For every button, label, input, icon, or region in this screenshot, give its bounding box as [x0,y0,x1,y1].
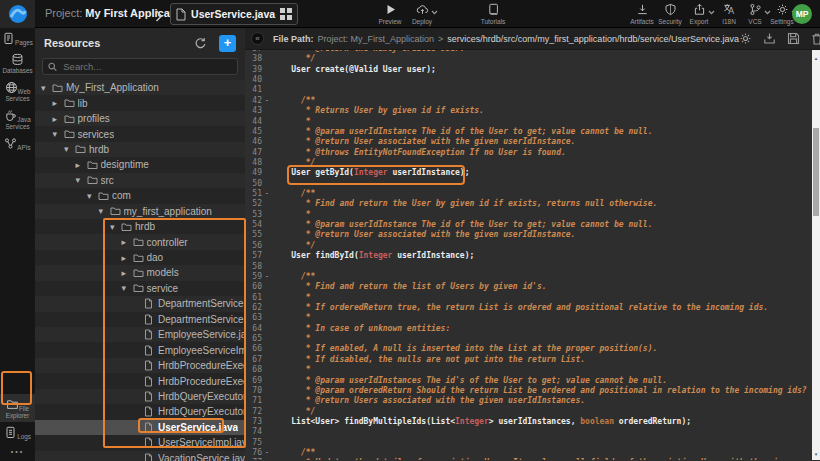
tree-item-service[interactable]: ▾service [35,281,245,296]
code-line-71[interactable]: 71 * @return Users associated with the g… [245,396,820,406]
sidebar-item-pages[interactable]: Pages [0,28,35,49]
code-line-56[interactable]: 56 */ [245,241,820,251]
code-line-55[interactable]: 55 * @return User associated with the gi… [245,230,820,240]
tree-item-controller[interactable]: ▸controller [35,234,245,249]
code-line-43[interactable]: 43 * Returns User by given id if exists. [245,106,820,116]
caret-right-icon[interactable]: ▸ [122,268,133,278]
code-line-67[interactable]: 67 * If disabled, the nulls are not put … [245,355,820,365]
code-line-69[interactable]: 69 * @param userIdInstances The id's of … [245,376,820,386]
tree-item-UserServiceImpl.java[interactable]: UserServiceImpl.java [35,435,245,450]
tree-item-hrdb[interactable]: ▾hrdb [35,142,245,157]
code-line-52[interactable]: 52 * Find and return the User by given i… [245,199,820,209]
sidebar-item-file-explorer[interactable]: File Explorer [0,394,35,422]
editor-scrollbar[interactable]: ▴ ▾ [812,50,820,460]
tree-item-My_First_Application[interactable]: ▾My_First_Application [35,80,245,95]
tree-item-src[interactable]: ▾src [35,173,245,188]
tree-item-HrdbProcedureExecutorService.java[interactable]: HrdbProcedureExecutorService.java [35,358,245,373]
deploy-button[interactable]: Deploy [400,3,444,25]
code-line-48[interactable]: 48 */ [245,158,820,168]
code-line-50[interactable]: 50 [245,179,820,189]
tree-item-UserService.java[interactable]: UserService.java [35,420,245,435]
fold-toggle-icon[interactable]: - [262,448,272,458]
fold-toggle-icon[interactable]: - [262,189,272,199]
code-line-59[interactable]: 59- /** [245,272,820,282]
caret-right-icon[interactable]: ▸ [122,237,133,247]
scroll-down-icon[interactable]: ▾ [812,451,820,457]
grid-icon[interactable] [275,8,297,20]
code-line-66[interactable]: 66 * If enabled, A null is inserted into… [245,344,820,354]
code-line-61[interactable]: 61 * [245,293,820,303]
tree-item-designtime[interactable]: ▸designtime [35,157,245,172]
code-line-38[interactable]: 38 */ [245,54,820,64]
caret-right-icon[interactable]: ▸ [122,253,133,263]
scroll-up-icon[interactable]: ▴ [812,55,820,61]
caret-right-icon[interactable]: ▸ [53,114,64,124]
tree-item-my_first_application[interactable]: ▾my_first_application [35,204,245,219]
caret-down-icon[interactable]: ▾ [41,83,52,93]
code-line-46[interactable]: 46 * @return User associated with the gi… [245,137,820,147]
code-line-47[interactable]: 47 * @throws EntityNotFoundException If … [245,148,820,158]
save-icon[interactable] [787,32,800,45]
tree-item-HrdbQueryExecutorServiceImpl.java[interactable]: HrdbQueryExecutorServiceImpl.java [35,404,245,419]
code-line-64[interactable]: 64 * In case of unknown entities: [245,324,820,334]
code-line-73[interactable]: 73 List<User> findByMultipleIds(List<Int… [245,417,820,427]
code-line-58[interactable]: 58 [245,262,820,272]
caret-down-icon[interactable]: ▾ [122,283,133,293]
tree-item-com[interactable]: ▾com [35,188,245,203]
download-file-icon[interactable] [763,32,776,45]
tutorials-button[interactable]: Tutorials [471,3,515,25]
code-line-75[interactable]: 75 [245,438,820,448]
code-line-77[interactable]: 77 * Updates the details of an existing … [245,458,820,460]
code-line-63[interactable]: 63 * [245,313,820,323]
fold-toggle-icon[interactable]: - [262,272,272,282]
sidebar-item-logs[interactable]: Logs [0,422,35,443]
sidebar-more-button[interactable]: ••• [0,443,35,461]
tree-item-HrdbProcedureExecutorServiceImpl.java[interactable]: HrdbProcedureExecutorServiceImpl.java [35,373,245,388]
tree-item-lib[interactable]: ▸lib [35,95,245,110]
scrollbar-thumb[interactable] [813,128,819,216]
tree-item-DepartmentService.java[interactable]: DepartmentService.java [35,296,245,311]
tree-item-DepartmentServiceImpl.java[interactable]: DepartmentServiceImpl.java [35,312,245,327]
user-avatar[interactable]: MP [792,4,812,24]
code-line-60[interactable]: 60 * Find and return the list of Users b… [245,282,820,292]
code-line-65[interactable]: 65 * [245,334,820,344]
sidebar-item-web-services[interactable]: Web Services [0,77,35,105]
code-line-51[interactable]: 51- /** [245,189,820,199]
add-resource-button[interactable]: + [219,35,236,52]
code-line-68[interactable]: 68 * [245,365,820,375]
tree-item-EmployeeServiceImpl.java[interactable]: EmployeeServiceImpl.java [35,342,245,357]
tree-item-hrdb[interactable]: ▾hrdb [35,219,245,234]
code-line-72[interactable]: 72 */ [245,407,820,417]
code-line-62[interactable]: 62 * If orderedReturn true, the return L… [245,303,820,313]
code-line-42[interactable]: 42- /** [245,96,820,106]
caret-right-icon[interactable]: ▸ [53,98,64,108]
code-line-53[interactable]: 53 * [245,210,820,220]
tab-userservice[interactable]: UserService.java [170,3,298,25]
caret-down-icon[interactable]: ▾ [53,129,64,139]
wavemaker-logo[interactable] [0,0,35,28]
collapse-panel-button[interactable]: « [251,32,264,45]
tree-item-profiles[interactable]: ▸profiles [35,111,245,126]
tree-item-models[interactable]: ▸models [35,265,245,280]
code-line-70[interactable]: 70 * @param orderedReturn Should the ret… [245,386,820,396]
sidebar-item-java-services[interactable]: Java Services [0,105,35,133]
tree-item-services[interactable]: ▾services [35,126,245,141]
code-area[interactable]: 37 * @return the newly created User.38 *… [245,50,820,460]
code-line-44[interactable]: 44 * [245,117,820,127]
search-input[interactable] [61,60,232,73]
code-line-54[interactable]: 54 * @param userIdInstance The id of the… [245,220,820,230]
code-line-74[interactable]: 74 [245,427,820,437]
fold-toggle-icon[interactable]: - [262,96,272,106]
caret-down-icon[interactable]: ▾ [110,222,121,232]
code-line-45[interactable]: 45 * @param userIdInstance The id of the… [245,127,820,137]
caret-down-icon[interactable]: ▾ [76,175,87,185]
caret-down-icon[interactable]: ▾ [64,144,75,154]
sidebar-item-databases[interactable]: Databases [0,49,35,77]
code-line-49[interactable]: 49 User getById(Integer userIdInstance); [245,168,820,178]
gear-icon[interactable] [739,32,752,45]
code-line-41[interactable]: 41 [245,85,820,95]
refresh-icon[interactable] [193,36,208,51]
code-line-40[interactable]: 40 [245,75,820,85]
tree-item-EmployeeService.java[interactable]: EmployeeService.java [35,327,245,342]
code-line-39[interactable]: 39 User create(@Valid User user); [245,65,820,75]
